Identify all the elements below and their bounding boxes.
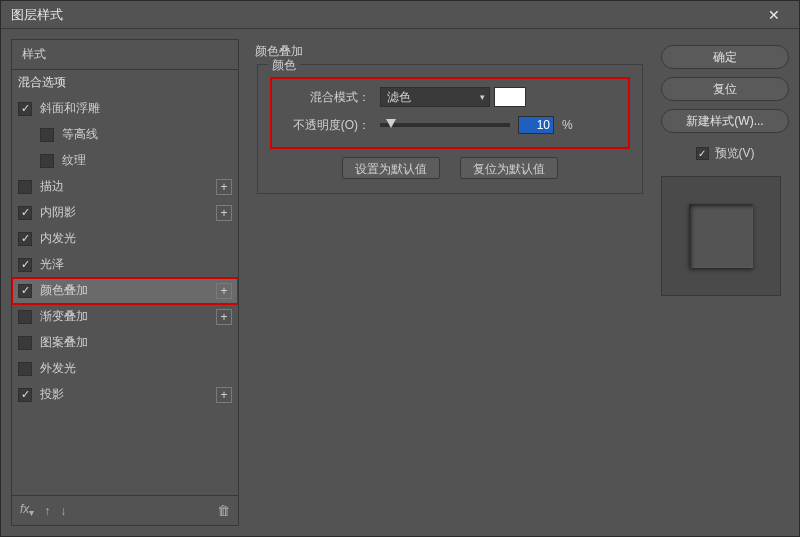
section-title: 颜色叠加 [255, 43, 643, 60]
style-item-bevel[interactable]: 斜面和浮雕 [12, 96, 238, 122]
close-button[interactable]: ✕ [759, 7, 789, 23]
opacity-label: 不透明度(O)： [280, 117, 370, 134]
blend-mode-label: 混合模式： [280, 89, 370, 106]
style-item-outer-glow[interactable]: 外发光 [12, 356, 238, 382]
reset-default-button[interactable]: 复位为默认值 [460, 157, 558, 179]
preview-swatch [689, 204, 753, 268]
cancel-button[interactable]: 复位 [661, 77, 789, 101]
fx-menu[interactable]: fx▾ [20, 502, 34, 518]
percent-unit: % [562, 118, 573, 132]
styles-panel: 样式 混合选项 斜面和浮雕 等高线 纹理 [11, 39, 239, 526]
styles-footer: fx▾ ↑ ↓ 🗑 [12, 495, 238, 525]
checkbox-icon[interactable] [40, 154, 54, 168]
style-item-texture[interactable]: 纹理 [12, 148, 238, 174]
checkbox-icon[interactable] [18, 258, 32, 272]
checkbox-icon[interactable] [696, 147, 709, 160]
fieldset-label: 颜色 [268, 57, 300, 74]
opacity-input[interactable]: 10 [518, 116, 554, 134]
checkbox-icon[interactable] [18, 362, 32, 376]
options-panel: 颜色叠加 颜色 混合模式： 滤色 ▾ 不透明度(O)： [249, 39, 651, 526]
add-icon[interactable]: + [216, 283, 232, 299]
preview-checkbox[interactable]: 预览(V) [661, 145, 789, 162]
trash-icon[interactable]: 🗑 [217, 503, 230, 518]
highlighted-options: 混合模式： 滤色 ▾ 不透明度(O)： 10 [270, 77, 630, 149]
checkbox-icon[interactable] [18, 284, 32, 298]
ok-button[interactable]: 确定 [661, 45, 789, 69]
style-item-stroke[interactable]: 描边 + [12, 174, 238, 200]
color-swatch[interactable] [494, 87, 526, 107]
arrow-up-icon[interactable]: ↑ [44, 504, 50, 518]
style-item-drop-shadow[interactable]: 投影 + [12, 382, 238, 408]
blend-options-row[interactable]: 混合选项 [12, 70, 238, 96]
new-style-button[interactable]: 新建样式(W)... [661, 109, 789, 133]
add-icon[interactable]: + [216, 309, 232, 325]
checkbox-icon[interactable] [18, 310, 32, 324]
opacity-slider[interactable] [380, 123, 510, 127]
style-item-satin[interactable]: 光泽 [12, 252, 238, 278]
checkbox-icon[interactable] [18, 336, 32, 350]
dialog-title: 图层样式 [11, 6, 759, 24]
checkbox-icon[interactable] [18, 206, 32, 220]
color-fieldset: 颜色 混合模式： 滤色 ▾ 不透明度(O)： [257, 64, 643, 194]
chevron-down-icon: ▾ [480, 92, 485, 102]
checkbox-icon[interactable] [18, 102, 32, 116]
checkbox-icon[interactable] [18, 388, 32, 402]
checkbox-icon[interactable] [18, 180, 32, 194]
style-item-inner-shadow[interactable]: 内阴影 + [12, 200, 238, 226]
checkbox-icon[interactable] [18, 232, 32, 246]
style-item-inner-glow[interactable]: 内发光 [12, 226, 238, 252]
titlebar: 图层样式 ✕ [1, 1, 799, 29]
set-default-button[interactable]: 设置为默认值 [342, 157, 440, 179]
slider-thumb-icon[interactable] [386, 119, 396, 128]
style-item-pattern-overlay[interactable]: 图案叠加 [12, 330, 238, 356]
arrow-down-icon[interactable]: ↓ [60, 504, 66, 518]
preview-thumbnail [661, 176, 781, 296]
blend-mode-dropdown[interactable]: 滤色 ▾ [380, 87, 490, 107]
styles-header[interactable]: 样式 [12, 40, 238, 70]
checkbox-icon[interactable] [40, 128, 54, 142]
actions-panel: 确定 复位 新建样式(W)... 预览(V) [661, 39, 789, 526]
style-item-contour[interactable]: 等高线 [12, 122, 238, 148]
style-item-color-overlay[interactable]: 颜色叠加 + [12, 278, 238, 304]
add-icon[interactable]: + [216, 387, 232, 403]
style-item-gradient-overlay[interactable]: 渐变叠加 + [12, 304, 238, 330]
add-icon[interactable]: + [216, 179, 232, 195]
add-icon[interactable]: + [216, 205, 232, 221]
